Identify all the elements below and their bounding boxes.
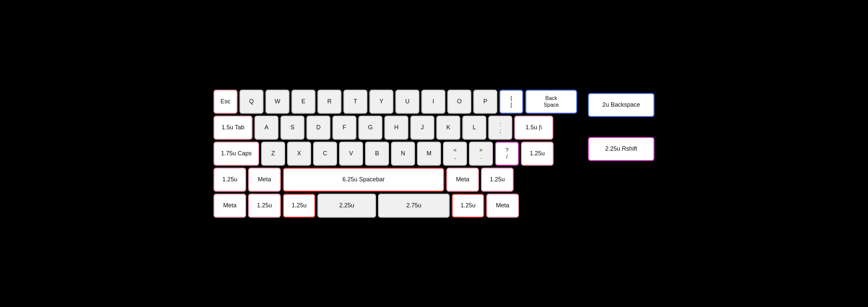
key-m[interactable]: M xyxy=(417,142,441,166)
keyboard-layout: Esc Q W E R T Y U I O P {[ BackSpace 1.5… xyxy=(206,82,662,226)
key-backslash[interactable]: 1.5u |\ xyxy=(514,116,553,140)
key-v[interactable]: V xyxy=(339,142,363,166)
key-z[interactable]: Z xyxy=(261,142,285,166)
key-meta1[interactable]: Meta xyxy=(248,168,281,192)
key-comma[interactable]: <, xyxy=(443,142,467,166)
key-sp275[interactable]: 2.75u xyxy=(378,194,450,218)
key-meta2[interactable]: Meta xyxy=(446,168,479,192)
key-q[interactable]: Q xyxy=(240,90,264,114)
keyboard-main: Esc Q W E R T Y U I O P {[ BackSpace 1.5… xyxy=(214,90,577,218)
key-lmod1[interactable]: 1.25u xyxy=(214,168,246,192)
sidebar-key-backspace2u[interactable]: 2u Backspace xyxy=(588,93,654,117)
key-meta3[interactable]: Meta xyxy=(214,194,246,218)
key-w[interactable]: W xyxy=(266,90,289,114)
key-o[interactable]: O xyxy=(447,90,471,114)
key-t[interactable]: T xyxy=(343,90,367,114)
key-f[interactable]: F xyxy=(333,116,356,140)
key-tab[interactable]: 1.5u Tab xyxy=(214,116,252,140)
key-x[interactable]: X xyxy=(287,142,311,166)
key-r[interactable]: R xyxy=(317,90,341,114)
key-sp125[interactable]: 1.25u xyxy=(283,194,315,218)
row-5: Meta 1.25u 1.25u 2.25u 2.75u 1.25u Meta xyxy=(214,194,577,218)
key-rmod1[interactable]: 1.25u xyxy=(481,168,514,192)
key-lbracket[interactable]: {[ xyxy=(499,90,523,114)
key-y[interactable]: Y xyxy=(369,90,393,114)
key-slash[interactable]: ?/ xyxy=(495,142,519,166)
key-b[interactable]: B xyxy=(365,142,389,166)
row-3: 1.75u Caps Z X C V B N M <, >. ?/ 1.25u xyxy=(214,142,577,166)
row-4: 1.25u Meta 6.25u Spacebar Meta 1.25u xyxy=(214,168,577,192)
key-a[interactable]: A xyxy=(254,116,278,140)
key-spacebar[interactable]: 6.25u Spacebar xyxy=(283,168,444,192)
key-h[interactable]: H xyxy=(384,116,408,140)
key-j[interactable]: J xyxy=(410,116,434,140)
key-period[interactable]: >. xyxy=(469,142,493,166)
key-rshift-small[interactable]: 1.25u xyxy=(521,142,554,166)
key-rmod2[interactable]: 1.25u xyxy=(452,194,484,218)
sidebar-key-rshift225[interactable]: 2.25u Rshift xyxy=(588,137,654,161)
key-lmod2[interactable]: 1.25u xyxy=(248,194,281,218)
key-e[interactable]: E xyxy=(291,90,315,114)
key-sp225[interactable]: 2.25u xyxy=(317,194,376,218)
key-semicolon[interactable]: :; xyxy=(488,116,512,140)
key-u[interactable]: U xyxy=(395,90,420,114)
key-g[interactable]: G xyxy=(359,116,382,140)
sidebar-keys: 2u Backspace 2.25u Rshift xyxy=(588,90,654,161)
key-caps[interactable]: 1.75u Caps xyxy=(214,142,259,166)
key-l[interactable]: L xyxy=(462,116,486,140)
key-esc[interactable]: Esc xyxy=(214,90,238,114)
row-1: Esc Q W E R T Y U I O P {[ BackSpace xyxy=(214,90,577,114)
key-i[interactable]: I xyxy=(421,90,445,114)
key-s[interactable]: S xyxy=(280,116,304,140)
key-backspace[interactable]: BackSpace xyxy=(525,90,577,114)
key-meta4[interactable]: Meta xyxy=(486,194,519,218)
key-k[interactable]: K xyxy=(436,116,460,140)
key-n[interactable]: N xyxy=(391,142,415,166)
key-d[interactable]: D xyxy=(306,116,331,140)
key-c[interactable]: C xyxy=(313,142,337,166)
row-2: 1.5u Tab A S D F G H J K L :; 1.5u |\ xyxy=(214,116,577,140)
key-p[interactable]: P xyxy=(473,90,497,114)
